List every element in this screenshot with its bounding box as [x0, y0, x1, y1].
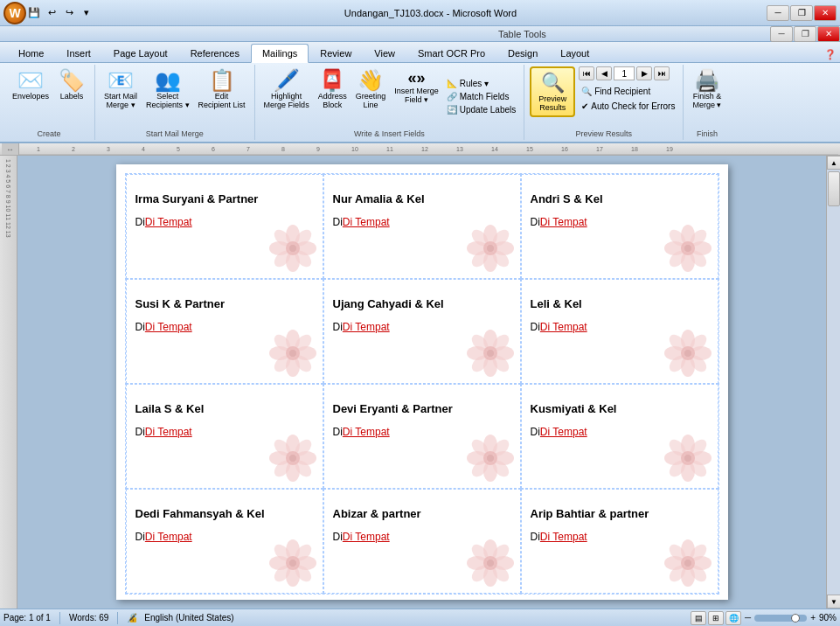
label-di-text: Di [135, 426, 145, 438]
restore-button[interactable]: ❐ [790, 5, 813, 21]
help-button[interactable]: ❓ [821, 47, 840, 62]
zoom-slider[interactable] [754, 615, 807, 622]
finish-group-label: Finish [697, 128, 718, 138]
horizontal-ruler: ↔ 1 2 3 4 5 6 7 8 9 10 11 12 13 14 15 16… [0, 143, 840, 156]
find-recipient-button[interactable]: 🔍 Find Recipient [579, 86, 677, 97]
match-fields-icon: 🔗 [447, 92, 457, 101]
label-address: Di Di Tempat [333, 426, 390, 438]
full-screen-button[interactable]: ⊞ [708, 611, 724, 625]
zoom-thumb[interactable] [791, 614, 800, 623]
zoom-in-button[interactable]: + [810, 613, 816, 623]
decorative-flower [267, 432, 319, 484]
label-cell: Susi K & PartnerDi Di Tempat [126, 279, 323, 384]
finish-buttons: 🖨️ Finish &Merge ▾ [689, 66, 725, 128]
decorative-flower [662, 327, 714, 379]
title-bar: W 💾 ↩ ↪ ▾ Undangan_TJ103.docx - Microsof… [0, 0, 840, 26]
label-di-text: Di [135, 216, 145, 228]
label-address: Di Di Tempat [531, 216, 587, 228]
highlight-merge-fields-button[interactable]: 🖊️ HighlightMerge Fields [260, 68, 313, 111]
scroll-down-button[interactable]: ▼ [827, 595, 840, 609]
prev-record-button[interactable]: ◀ [596, 66, 612, 80]
svg-text:3: 3 [107, 146, 110, 152]
label-di-text: Di [531, 531, 540, 543]
svg-text:4: 4 [142, 146, 145, 152]
save-button[interactable]: 💾 [26, 5, 42, 21]
office-button[interactable]: W [3, 2, 26, 24]
first-record-button[interactable]: ⏮ [579, 66, 594, 80]
ribbon-group-create: ✉️ Envelopes 🏷️ Labels Create [3, 65, 95, 140]
record-number-input[interactable] [614, 66, 635, 80]
tab-insert[interactable]: Insert [55, 43, 102, 62]
match-fields-button[interactable]: 🔗 Match Fields [444, 91, 519, 102]
next-record-button[interactable]: ▶ [636, 66, 652, 80]
word-close[interactable]: ✕ [817, 26, 840, 42]
tab-design[interactable]: Design [496, 43, 549, 62]
tab-page-layout[interactable]: Page Layout [102, 43, 179, 62]
label-address: Di Di Tempat [135, 216, 192, 228]
greeting-line-button[interactable]: 👋 GreetingLine [352, 68, 390, 111]
status-right: ▤ ⊞ 🌐 ─ + 90% [691, 611, 837, 625]
tab-review[interactable]: Review [309, 43, 363, 62]
web-layout-button[interactable]: 🌐 [725, 611, 741, 625]
status-bar: Page: 1 of 1 Words: 69 🔏 English (United… [0, 609, 840, 626]
label-tempat-text: Di Tempat [540, 531, 587, 543]
label-tempat-text: Di Tempat [145, 426, 192, 438]
label-tempat-text: Di Tempat [540, 216, 587, 228]
svg-point-39 [487, 245, 494, 252]
tab-home[interactable]: Home [7, 43, 55, 62]
labels-button[interactable]: 🏷️ Labels [54, 68, 89, 102]
tab-layout[interactable]: Layout [549, 43, 600, 62]
svg-text:10: 10 [351, 146, 358, 152]
ruler-marks: 1 2 3 4 5 6 7 8 9 10 11 12 13 14 15 16 1… [19, 143, 838, 156]
print-layout-button[interactable]: ▤ [691, 611, 706, 625]
auto-check-errors-button[interactable]: ✔ Auto Check for Errors [579, 101, 677, 112]
start-mail-merge-buttons: 📧 Start MailMerge ▾ 👥 SelectRecipients ▾… [101, 66, 249, 128]
svg-text:1: 1 [37, 146, 40, 152]
label-address: Di Di Tempat [135, 426, 192, 438]
scroll-thumb[interactable] [828, 171, 840, 206]
tab-mailings[interactable]: Mailings [251, 44, 309, 63]
label-name: Andri S & Kel [531, 192, 603, 205]
label-address: Di Di Tempat [531, 531, 587, 543]
ribbon-group-write-insert: 🖊️ HighlightMerge Fields 📮 AddressBlock … [255, 65, 525, 140]
svg-point-109 [684, 455, 691, 462]
address-block-icon: 📮 [319, 70, 345, 91]
scroll-up-button[interactable]: ▲ [827, 156, 840, 170]
label-tempat-text: Di Tempat [343, 321, 390, 333]
select-recipients-button[interactable]: 👥 SelectRecipients ▾ [142, 68, 193, 111]
zoom-out-button[interactable]: ─ [745, 613, 751, 623]
close-button[interactable]: ✕ [814, 5, 837, 21]
svg-point-49 [684, 245, 691, 252]
edit-recipient-list-button[interactable]: 📋 EditRecipient List [195, 68, 249, 111]
label-cell: Abizar & partnerDi Di Tempat [323, 489, 521, 594]
svg-text:5: 5 [177, 146, 180, 152]
redo-button[interactable]: ↪ [61, 5, 77, 21]
zoom-level: 90% [819, 613, 837, 623]
start-mail-merge-button[interactable]: 📧 Start MailMerge ▾ [101, 68, 141, 111]
finish-merge-button[interactable]: 🖨️ Finish &Merge ▾ [689, 68, 725, 111]
svg-point-139 [684, 560, 691, 567]
label-cell: Laila S & KelDi Di Tempat [126, 384, 323, 489]
tab-view[interactable]: View [363, 43, 406, 62]
tab-references[interactable]: References [179, 43, 251, 62]
word-minimize[interactable]: ─ [770, 26, 793, 42]
svg-text:14: 14 [491, 146, 498, 152]
word-restore[interactable]: ❐ [794, 26, 816, 42]
auto-check-icon: ✔ [581, 101, 588, 111]
vertical-scrollbar[interactable]: ▲ ▼ [826, 156, 840, 609]
undo-button[interactable]: ↩ [44, 5, 59, 21]
customize-button[interactable]: ▾ [79, 5, 94, 21]
last-record-button[interactable]: ⏭ [654, 66, 670, 80]
update-labels-button[interactable]: 🔄 Update Labels [444, 104, 519, 115]
address-block-button[interactable]: 📮 AddressBlock [315, 68, 351, 111]
tab-smart-ocr[interactable]: Smart OCR Pro [406, 43, 496, 62]
rules-button[interactable]: 📐 Rules ▾ [444, 78, 519, 89]
minimize-button[interactable]: ─ [767, 5, 789, 21]
svg-text:13: 13 [456, 146, 463, 152]
preview-results-button[interactable]: 🔍 PreviewResults [530, 66, 575, 117]
scroll-track[interactable] [827, 170, 840, 595]
svg-text:19: 19 [666, 146, 673, 152]
insert-merge-field-button[interactable]: «» Insert MergeField ▾ [391, 68, 442, 106]
label-address: Di Di Tempat [135, 321, 192, 333]
envelopes-button[interactable]: ✉️ Envelopes [9, 68, 52, 102]
